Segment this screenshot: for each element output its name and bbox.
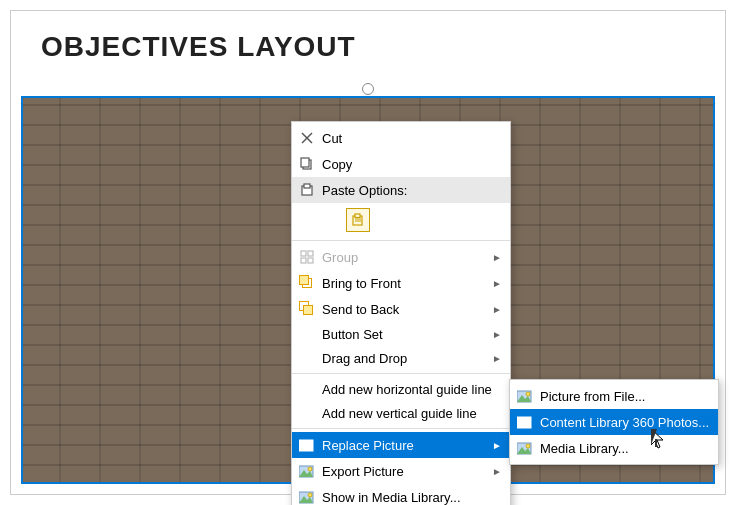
- bring-to-front-icon: [298, 274, 316, 292]
- menu-item-add-horizontal[interactable]: Add new horizontal guide line: [292, 377, 510, 401]
- group-label: Group: [322, 250, 488, 265]
- svg-rect-3: [301, 158, 309, 167]
- separator-3: [292, 428, 510, 429]
- separator-2: [292, 373, 510, 374]
- replace-picture-arrow: ►: [492, 440, 502, 451]
- button-set-arrow: ►: [492, 329, 502, 340]
- show-media-icon: [298, 488, 316, 505]
- cut-icon: [298, 129, 316, 147]
- menu-item-drag-and-drop[interactable]: Drag and Drop ►: [292, 346, 510, 370]
- separator-1: [292, 240, 510, 241]
- menu-item-add-vertical[interactable]: Add new vertical guide line: [292, 401, 510, 425]
- menu-item-export-picture[interactable]: Export Picture ►: [292, 458, 510, 484]
- menu-item-copy[interactable]: Copy: [292, 151, 510, 177]
- export-picture-arrow: ►: [492, 466, 502, 477]
- menu-item-button-set[interactable]: Button Set ►: [292, 322, 510, 346]
- bring-to-front-arrow: ►: [492, 278, 502, 289]
- svg-point-19: [308, 467, 312, 471]
- menu-item-group[interactable]: Group ►: [292, 244, 510, 270]
- media-library-icon: [516, 439, 534, 457]
- bring-to-front-label: Bring to Front: [322, 276, 488, 291]
- paste-options-icon: [298, 181, 316, 199]
- export-picture-icon: [298, 462, 316, 480]
- menu-item-content-library[interactable]: Content Library 360 Photos...: [510, 409, 718, 435]
- paste-options-label: Paste Options:: [322, 183, 502, 198]
- menu-item-cut[interactable]: Cut: [292, 125, 510, 151]
- menu-item-media-library[interactable]: Media Library...: [510, 435, 718, 461]
- export-picture-label: Export Picture: [322, 464, 488, 479]
- svg-point-33: [526, 444, 530, 448]
- menu-item-bring-to-front[interactable]: Bring to Front ►: [292, 270, 510, 296]
- context-menu-replace-picture: Picture from File... Content Library 360…: [509, 379, 719, 465]
- slide-area: OBJECTIVES LAYOUT Cut Copy: [10, 10, 726, 495]
- picture-from-file-label: Picture from File...: [540, 389, 710, 404]
- show-media-label: Show in Media Library...: [322, 490, 502, 505]
- svg-point-27: [526, 392, 530, 396]
- menu-item-send-to-back[interactable]: Send to Back ►: [292, 296, 510, 322]
- svg-point-22: [308, 493, 312, 497]
- svg-rect-13: [308, 258, 313, 263]
- menu-item-show-media[interactable]: Show in Media Library...: [292, 484, 510, 505]
- rotation-handle[interactable]: [362, 83, 374, 95]
- svg-rect-11: [308, 251, 313, 256]
- paste-icon-row: [292, 203, 510, 237]
- group-arrow: ►: [492, 252, 502, 263]
- send-to-back-icon: [298, 300, 316, 318]
- svg-point-30: [526, 418, 530, 422]
- menu-item-picture-from-file[interactable]: Picture from File...: [510, 383, 718, 409]
- svg-rect-12: [301, 258, 306, 263]
- media-library-label: Media Library...: [540, 441, 710, 456]
- button-set-label: Button Set: [322, 327, 488, 342]
- picture-from-file-icon: [516, 387, 534, 405]
- cut-label: Cut: [322, 131, 502, 146]
- send-to-back-arrow: ►: [492, 304, 502, 315]
- send-to-back-label: Send to Back: [322, 302, 488, 317]
- menu-item-paste-options[interactable]: Paste Options:: [292, 177, 510, 203]
- svg-point-16: [308, 441, 312, 445]
- context-menu-main: Cut Copy Paste Options:: [291, 121, 511, 505]
- drag-and-drop-label: Drag and Drop: [322, 351, 488, 366]
- drag-drop-arrow: ►: [492, 353, 502, 364]
- copy-icon: [298, 155, 316, 173]
- svg-rect-7: [355, 214, 360, 218]
- menu-item-replace-picture[interactable]: Replace Picture ►: [292, 432, 510, 458]
- copy-label: Copy: [322, 157, 502, 172]
- replace-picture-icon: [298, 436, 316, 454]
- svg-rect-5: [304, 184, 310, 188]
- add-horizontal-label: Add new horizontal guide line: [322, 382, 502, 397]
- slide-title: OBJECTIVES LAYOUT: [11, 11, 725, 73]
- replace-picture-label: Replace Picture: [322, 438, 488, 453]
- svg-rect-10: [301, 251, 306, 256]
- content-library-label: Content Library 360 Photos...: [540, 415, 710, 430]
- add-vertical-label: Add new vertical guide line: [322, 406, 502, 421]
- paste-icon-box[interactable]: [346, 208, 370, 232]
- content-library-icon: [516, 413, 534, 431]
- group-icon: [298, 248, 316, 266]
